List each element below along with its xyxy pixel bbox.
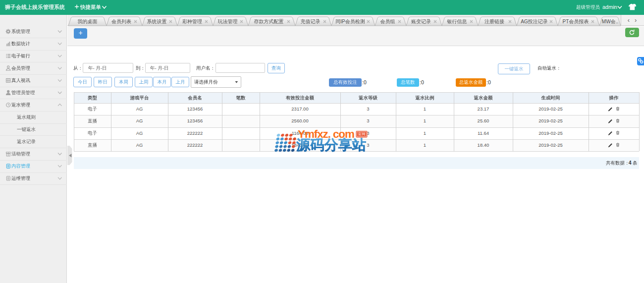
svg-text:admin: admin xyxy=(602,4,617,10)
svg-text:-: - xyxy=(101,65,102,71)
svg-text:-: - xyxy=(155,65,157,71)
svg-text:Ymfxz. com: Ymfxz. com xyxy=(298,128,355,140)
svg-text:MW: MW xyxy=(602,19,611,24)
svg-text:-: - xyxy=(162,65,164,71)
svg-text:PT: PT xyxy=(563,19,569,24)
svg-text:IP: IP xyxy=(340,19,345,24)
svg-text:AG: AG xyxy=(521,19,528,24)
svg-text:-: - xyxy=(93,65,95,71)
svg-text:..: .. xyxy=(616,19,619,24)
svg-text:4: 4 xyxy=(629,160,632,166)
